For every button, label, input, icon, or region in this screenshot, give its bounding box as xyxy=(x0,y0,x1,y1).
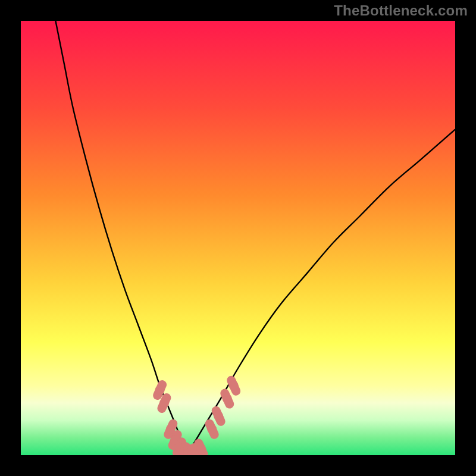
data-marker-dot xyxy=(229,381,239,390)
data-marker-dot xyxy=(207,424,217,434)
chart-frame: TheBottleneck.com xyxy=(0,0,476,476)
bottleneck-chart xyxy=(21,21,455,455)
data-marker-dot xyxy=(196,444,206,453)
data-marker-dot xyxy=(159,398,169,408)
watermark-text: TheBottleneck.com xyxy=(334,2,468,19)
data-marker-dot xyxy=(223,394,232,403)
data-marker-dot xyxy=(214,411,223,421)
plot-area xyxy=(21,21,455,455)
data-marker-dot xyxy=(155,386,165,395)
